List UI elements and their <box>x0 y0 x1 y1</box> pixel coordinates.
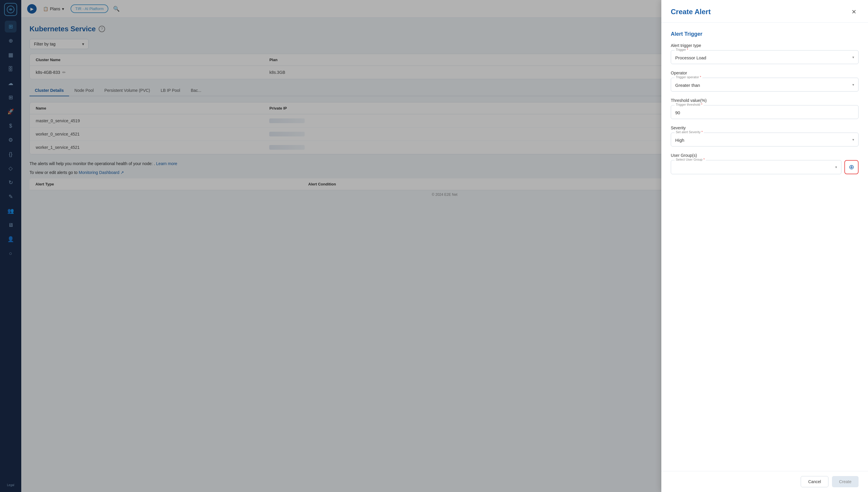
severity-label: Severity <box>671 125 859 130</box>
operator-field: Trigger operator * Greater than Less tha… <box>671 78 859 92</box>
threshold-field-label: Trigger threshold * <box>674 103 704 106</box>
trigger-field: Trigger * Processor Load Memory Usage Di… <box>671 50 859 64</box>
modal-title: Create Alert <box>671 8 711 16</box>
plus-icon: ⊕ <box>849 163 854 171</box>
operator-select[interactable]: Greater than Less than Equal to Greater … <box>671 78 858 91</box>
trigger-select[interactable]: Processor Load Memory Usage Disk Usage N… <box>671 50 858 64</box>
user-group-row: Select User Group * Group 1 Group 2 ▾ ⊕ <box>671 160 859 174</box>
trigger-field-label: Trigger * <box>674 48 689 51</box>
user-group-select[interactable]: Group 1 Group 2 <box>671 161 841 173</box>
create-alert-modal: Create Alert ✕ Alert Trigger Alert trigg… <box>661 0 868 492</box>
user-group-field-label: Select User Group * <box>674 158 706 161</box>
threshold-input[interactable] <box>671 105 858 119</box>
trigger-type-label: Alert trigger type <box>671 43 859 48</box>
operator-group: Operator Trigger operator * Greater than… <box>671 71 859 92</box>
close-button[interactable]: ✕ <box>849 7 859 17</box>
add-group-button[interactable]: ⊕ <box>844 160 859 174</box>
section-title: Alert Trigger <box>671 31 859 37</box>
threshold-group: Threshold value(%) Trigger threshold * <box>671 98 859 119</box>
severity-field-label: Set alert Severity * <box>674 130 704 134</box>
user-group-field: Select User Group * Group 1 Group 2 ▾ <box>671 160 841 174</box>
severity-select[interactable]: High Medium Low Critical <box>671 133 858 146</box>
user-groups-group: User Group(s) Select User Group * Group … <box>671 153 859 174</box>
severity-field: Set alert Severity * High Medium Low Cri… <box>671 132 859 146</box>
modal-body: Alert Trigger Alert trigger type Trigger… <box>661 23 868 471</box>
cancel-button[interactable]: Cancel <box>801 476 828 487</box>
modal-header: Create Alert ✕ <box>661 0 868 23</box>
create-button[interactable]: Create <box>832 476 859 487</box>
threshold-label: Threshold value(%) <box>671 98 859 103</box>
trigger-type-group: Alert trigger type Trigger * Processor L… <box>671 43 859 64</box>
operator-label: Operator <box>671 71 859 75</box>
operator-field-label: Trigger operator * <box>674 75 703 79</box>
severity-group: Severity Set alert Severity * High Mediu… <box>671 125 859 146</box>
threshold-field: Trigger threshold * <box>671 105 859 119</box>
modal-footer: Cancel Create <box>661 471 868 492</box>
user-groups-label: User Group(s) <box>671 153 859 158</box>
